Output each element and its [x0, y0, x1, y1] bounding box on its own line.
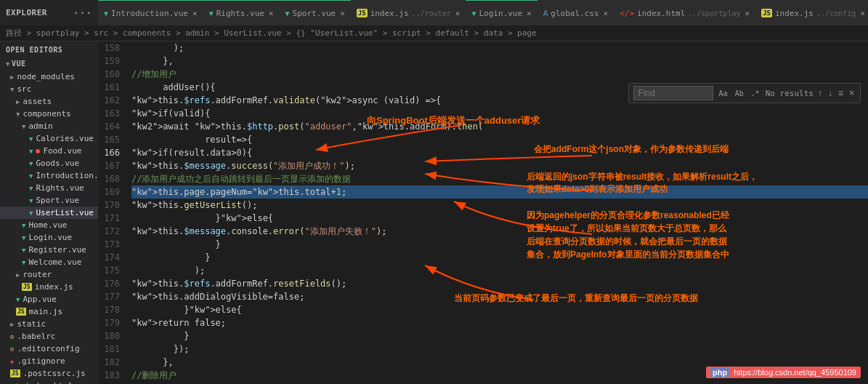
tab-close-icon[interactable]: ×	[269, 9, 274, 18]
code-line-160: //增加用户	[131, 68, 868, 81]
tab-label: Rights.vue	[216, 9, 264, 18]
code-line-172: "kw">this.$message.console.error("添加用户失败…	[131, 225, 868, 238]
find-close-button[interactable]: ×	[848, 88, 856, 98]
code-line-163: "kw">if(valid){	[131, 107, 868, 120]
config-icon: ⚙	[10, 345, 14, 353]
line-numbers: 1581591601611621631641651661671681691701…	[98, 41, 126, 384]
sidebar-item-editorconfig[interactable]: ⚙ .editorconfig	[0, 343, 98, 355]
sidebar-item-app-vue[interactable]: ▼ App.vue	[0, 293, 98, 305]
sidebar-item-userlist-vue[interactable]: ▼ UserList.vue	[0, 207, 98, 219]
find-aa-button[interactable]: Aa	[716, 88, 731, 99]
vue-icon: ▼	[16, 296, 20, 303]
item-label: Rights.vue	[36, 183, 84, 193]
tab-label: index.html	[637, 9, 685, 18]
sidebar-item-postcssrc[interactable]: JS .postcssrc.js	[0, 367, 98, 380]
item-label: src	[17, 84, 31, 94]
item-label: admin	[28, 121, 52, 131]
code-line-176: "kw">this.$refs.addFormRef.resetFields()…	[131, 277, 868, 290]
explorer-menu[interactable]: ···	[73, 7, 92, 19]
tab-close-icon[interactable]: ×	[192, 9, 198, 18]
folder-arrow: ▶	[10, 321, 14, 328]
sidebar-item-index-html[interactable]: </> index.html	[0, 380, 98, 384]
sidebar-item-static[interactable]: ▶ static	[0, 318, 98, 330]
tab-close-icon[interactable]: ×	[455, 9, 461, 18]
sidebar-item-gitignore[interactable]: ◈ .gitignore	[0, 355, 98, 367]
find-input[interactable]	[633, 86, 713, 100]
vue-icon: ▼	[22, 234, 25, 241]
tab-close-icon[interactable]: ×	[745, 9, 750, 18]
sidebar-item-src[interactable]: ▼ src	[0, 83, 98, 95]
tab-sport-vue[interactable]: ▼ Sport.vue ×	[280, 0, 351, 25]
tab-rights-vue[interactable]: ▼ Rights.vue ×	[203, 0, 280, 25]
tab-close-icon[interactable]: ×	[340, 9, 345, 18]
git-icon: ◈	[10, 358, 14, 365]
code-line-164: "kw2">await "kw">this.$http.post("adduse…	[131, 120, 868, 133]
tab-bar: EXPLORER ··· ▼ Introduction.vue × ▼ Righ…	[0, 0, 868, 25]
sidebar-item-sport-vue[interactable]: ▼ Sport.vue	[0, 194, 98, 207]
sidebar-item-welcome-vue[interactable]: ▼ Welcome.vue	[0, 256, 98, 268]
find-word-button[interactable]: Ab	[732, 88, 747, 99]
js-icon: JS	[761, 9, 772, 17]
find-next-button[interactable]: ↓	[827, 88, 834, 98]
sidebar-item-node-modules[interactable]: ▶ node_modules	[0, 71, 98, 83]
vue-icon: ▼	[471, 9, 476, 17]
explorer-title: EXPLORER	[6, 8, 47, 17]
sidebar-item-babelrc[interactable]: ⚙ .babelrc	[0, 330, 98, 343]
item-label: static	[17, 319, 46, 329]
tab-subtitle: ../config	[816, 9, 856, 17]
code-line-171: }"kw">else{	[131, 212, 868, 225]
find-prev-button[interactable]: ↑	[816, 88, 824, 98]
tab-close-icon[interactable]: ×	[604, 9, 609, 18]
code-line-173: }	[131, 238, 868, 251]
sidebar-item-food-vue[interactable]: ▼ Food.vue	[0, 145, 98, 157]
code-editor: Aa Ab .* No results ↑ ↓ ≡ × 158159160161…	[98, 41, 868, 384]
sidebar-item-introduction-vue[interactable]: ▼ Introduction.vue	[0, 169, 98, 182]
item-label: assets	[23, 97, 52, 106]
breadcrumb: 路径 > sportplay > src > components > admi…	[0, 25, 868, 41]
code-line-181: });	[131, 343, 868, 356]
code-line-180: }	[131, 329, 868, 343]
tab-index-router[interactable]: JS index.js ../router ×	[351, 0, 466, 25]
tab-label: Introduction.vue	[111, 9, 188, 18]
sidebar-item-components[interactable]: ▼ components	[0, 108, 98, 120]
js-icon: JS	[22, 283, 32, 291]
vue-icon: ▼	[285, 9, 290, 17]
sidebar-item-login-vue[interactable]: ▼ Login.vue	[0, 231, 98, 244]
sidebar-item-main-js[interactable]: JS main.js	[0, 305, 98, 318]
item-label: Home.vue	[28, 220, 67, 230]
sidebar: OPEN EDITORS ▼ VUE ▶ node_modules ▼ src …	[0, 41, 98, 384]
sidebar-item-calories-vue[interactable]: ▼ Calories.vue	[0, 132, 98, 145]
sidebar-item-index-js[interactable]: JS index.js	[0, 281, 98, 293]
sidebar-item-rights-vue[interactable]: ▼ Rights.vue	[0, 182, 98, 194]
tab-index-config[interactable]: JS index.js ../config ×	[755, 0, 868, 25]
sidebar-item-register-vue[interactable]: ▼ Register.vue	[0, 244, 98, 256]
code-line-169: "kw">this.page.pageNum="kw">this.total+1…	[131, 185, 868, 199]
tab-global-css[interactable]: A global.css ×	[538, 0, 614, 25]
tab-index-html[interactable]: </> index.html ../sportplay ×	[614, 0, 755, 25]
breadcrumb-path: 路径 > sportplay > src > components > admi…	[6, 28, 537, 39]
open-editors-title: OPEN EDITORS	[0, 41, 98, 57]
folder-arrow: ▶	[16, 271, 20, 279]
find-result: No results	[766, 89, 814, 98]
sidebar-item-admin[interactable]: ▼ admin	[0, 120, 98, 132]
find-regex-button[interactable]: .*	[748, 88, 763, 99]
sidebar-item-router[interactable]: ▶ router	[0, 268, 98, 281]
tab-close-icon[interactable]: ×	[527, 9, 532, 18]
tab-login-vue[interactable]: ▼ Login.vue ×	[466, 0, 537, 25]
item-label: UserList.vue	[36, 208, 93, 217]
item-label: Calories.vue	[36, 134, 93, 143]
item-label: components	[23, 109, 70, 119]
vue-icon: ▼	[104, 9, 108, 17]
tab-introduction-vue[interactable]: ▼ Introduction.vue ×	[98, 0, 203, 25]
sidebar-item-goods-vue[interactable]: ▼ Goods.vue	[0, 157, 98, 169]
item-label: .editorconfig	[17, 344, 79, 353]
code-line-168: //添加用户成功之后自动跳转到最后一页显示添加的数据	[131, 172, 868, 185]
tab-close-icon[interactable]: ×	[860, 9, 865, 18]
find-more-button[interactable]: ≡	[837, 88, 845, 98]
sidebar-item-assets[interactable]: ▶ assets	[0, 95, 98, 108]
tab-subtitle: ../router	[412, 9, 451, 17]
item-label: Sport.vue	[36, 196, 79, 205]
tab-label: index.js	[370, 9, 409, 18]
sidebar-item-home-vue[interactable]: ▼ Home.vue	[0, 219, 98, 231]
item-label: main.js	[29, 307, 62, 316]
